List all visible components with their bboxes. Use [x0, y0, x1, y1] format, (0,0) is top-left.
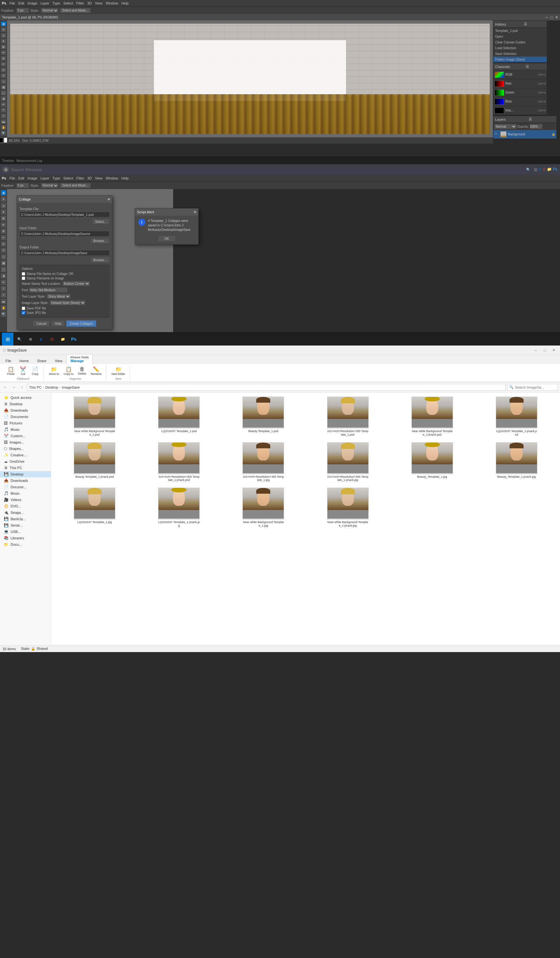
channel-red-row[interactable]: Red Ctrl+3 [493, 79, 547, 88]
ps2-menu-view[interactable]: View [95, 176, 103, 180]
ps2-clone[interactable]: ⊖ [1, 241, 6, 247]
menu-image[interactable]: Image [27, 1, 37, 5]
type-tool[interactable]: T [1, 108, 6, 113]
sidebar-thispc[interactable]: 🖥 This PC [0, 465, 51, 471]
sidebar-custom[interactable]: ✂️ Custom... [0, 433, 51, 439]
file-item[interactable]: Near white Background Template_1-jmack.p… [391, 395, 473, 438]
history-item-5[interactable]: Flatten Image (Save) [493, 57, 547, 62]
file-item[interactable]: Near white Background Template_1.jpg [222, 486, 304, 529]
font-input[interactable] [29, 287, 68, 292]
name-stamp-location-select[interactable]: Bottom Center [62, 281, 90, 286]
ps2-zoom[interactable]: 🔍 [1, 311, 6, 317]
healing-tool[interactable]: ⊕ [1, 56, 6, 61]
hand-tool[interactable]: ✋ [1, 125, 6, 130]
file-item[interactable]: Near white Background Template_1-jmack.j… [307, 486, 389, 529]
layers-menu-icon[interactable]: ☰ [529, 117, 532, 121]
explorer-minimize-btn[interactable]: ─ [532, 346, 539, 354]
minimize-btn[interactable]: ─ [546, 15, 548, 19]
ps-icon-task[interactable]: Ps [553, 167, 557, 172]
dodge-tool[interactable]: ◑ [1, 96, 6, 101]
address-imagesave[interactable]: ImageSave [62, 385, 80, 389]
history-item-4[interactable]: Save Selection [493, 51, 547, 57]
history-brush-tool[interactable]: ↺ [1, 73, 6, 78]
save-pdf-checkbox[interactable] [22, 306, 25, 310]
file-item[interactable]: Beauty_Template_1.jpg [391, 441, 473, 484]
close-btn[interactable]: ✕ [555, 15, 558, 19]
ps2-menu-select[interactable]: Select [63, 176, 73, 180]
move-tool[interactable]: ✛ [1, 27, 6, 32]
channels-menu-icon[interactable]: ☰ [526, 65, 529, 69]
sidebar-documents2[interactable]: 📄 Docume... [0, 484, 51, 490]
taskbar-search[interactable]: 🔍 [15, 334, 24, 344]
foreground-color[interactable] [0, 138, 3, 143]
menu-layer[interactable]: Layer [41, 1, 49, 5]
ps2-dodge[interactable]: ◑ [1, 273, 6, 279]
eyedropper-tool[interactable]: ✒ [1, 50, 6, 55]
clone-tool[interactable]: ⊖ [1, 67, 6, 73]
sidebar-quick-access[interactable]: ⭐ Quick access [0, 394, 51, 401]
gradient-tool[interactable]: ▦ [1, 85, 6, 90]
image-layer-style-select[interactable]: Default Style (None) [49, 300, 86, 305]
ps2-hand[interactable]: ✋ [1, 305, 6, 311]
ps2-history-brush[interactable]: ↺ [1, 247, 6, 253]
script-alert-close[interactable]: ✕ [194, 210, 197, 214]
sidebar-serial[interactable]: 💾 Serial... [0, 522, 51, 528]
ribbon-paste-btn[interactable]: 📋 Paste [5, 366, 17, 376]
create-collages-btn[interactable]: Create Collages [66, 320, 96, 327]
stamp-on-image-checkbox[interactable] [22, 276, 25, 280]
ps2-blur[interactable]: ◯ [1, 266, 6, 273]
save-jpg-checkbox[interactable] [22, 311, 25, 314]
zoom-tool[interactable]: 🔍 [1, 131, 6, 136]
taskbar-taskview[interactable]: ⊞ [25, 334, 35, 344]
ps2-healing[interactable]: ⊕ [1, 228, 6, 234]
search-windows-input[interactable] [11, 167, 524, 172]
ps2-move-tool[interactable]: ✛ [1, 197, 6, 202]
sidebar-creative[interactable]: ✨ Creative... [0, 452, 51, 458]
file-item[interactable]: Beauty Template_1-jmack.psd [54, 441, 135, 484]
menu-file[interactable]: File [9, 1, 15, 5]
file-item[interactable]: LQ2GS037 Template_1-jmack.jpg [138, 486, 220, 529]
taskbar-ps[interactable]: Ps [69, 334, 79, 344]
measurement-log-tab[interactable]: Measurement Log [16, 159, 42, 163]
file-item[interactable]: 2x2+inch+Resolution+300 Template_1.psd [307, 395, 389, 438]
output-browse-btn[interactable]: Browse... [90, 257, 109, 263]
ribbon-tab-file[interactable]: File [1, 357, 15, 364]
input-folder-input[interactable] [19, 231, 109, 236]
file-item[interactable]: LQ2GS037 Template_1-jmack.psd [476, 395, 557, 438]
marquee-tool[interactable]: ▣ [1, 21, 6, 27]
sidebar-music[interactable]: 🎵 Music [0, 426, 51, 433]
start-button[interactable]: ⊞ [2, 333, 13, 346]
ps2-eraser[interactable]: ◻ [1, 254, 6, 260]
template-select-btn[interactable]: Select... [92, 219, 109, 225]
history-item-3[interactable]: Load Selection [493, 45, 547, 51]
back-btn[interactable]: ← [2, 384, 9, 391]
path-select-tool[interactable]: ↗ [1, 113, 6, 119]
restore-btn[interactable]: □ [550, 15, 553, 19]
ps2-menu-3d[interactable]: 3D [87, 176, 92, 180]
ps2-path-select[interactable]: ↗ [1, 292, 6, 298]
ps2-crop-tool[interactable]: ⊠ [1, 216, 6, 221]
stamp-filename-checkbox[interactable] [22, 272, 25, 276]
taskview-icon[interactable]: ⊞ [534, 167, 538, 172]
channel-alpha-row[interactable]: Ima... Ctrl+6 [493, 106, 547, 115]
feather-input[interactable] [16, 8, 29, 13]
file-item[interactable]: 2x2+inch+Resolution+300 Template_1.jpg [222, 441, 304, 484]
sidebar-doclib[interactable]: 📁 Docu... [0, 541, 51, 548]
sidebar-downloads[interactable]: 📥 Downloads [0, 407, 51, 414]
folder-icon[interactable]: 📁 [547, 167, 552, 172]
ps2-menu-file[interactable]: File [9, 176, 15, 180]
template-file-input[interactable] [19, 212, 109, 217]
history-item-2[interactable]: Clear Canvas Guides [493, 39, 547, 45]
ps2-eyedropper[interactable]: ✒ [1, 222, 6, 228]
magic-wand-tool[interactable]: ✦ [1, 39, 6, 44]
ribbon-cut-btn[interactable]: ✂️ Cut [17, 366, 29, 376]
ps2-menu-window[interactable]: Window [106, 176, 118, 180]
file-item[interactable]: 2x2+inch+Resolution+300 Template_1-jmack… [138, 441, 220, 484]
ribbon-copyto-btn[interactable]: 📋 Copy to [62, 366, 75, 376]
ribbon-tab-view[interactable]: View [51, 357, 67, 364]
ribbon-tab-manage[interactable]: Picture Tools Manage [67, 354, 93, 364]
output-folder-input[interactable] [19, 250, 109, 256]
history-item-1[interactable]: Open [493, 33, 547, 39]
address-desktop[interactable]: Desktop [45, 385, 58, 389]
select-and-mask-btn[interactable]: Select and Mask... [60, 8, 90, 13]
